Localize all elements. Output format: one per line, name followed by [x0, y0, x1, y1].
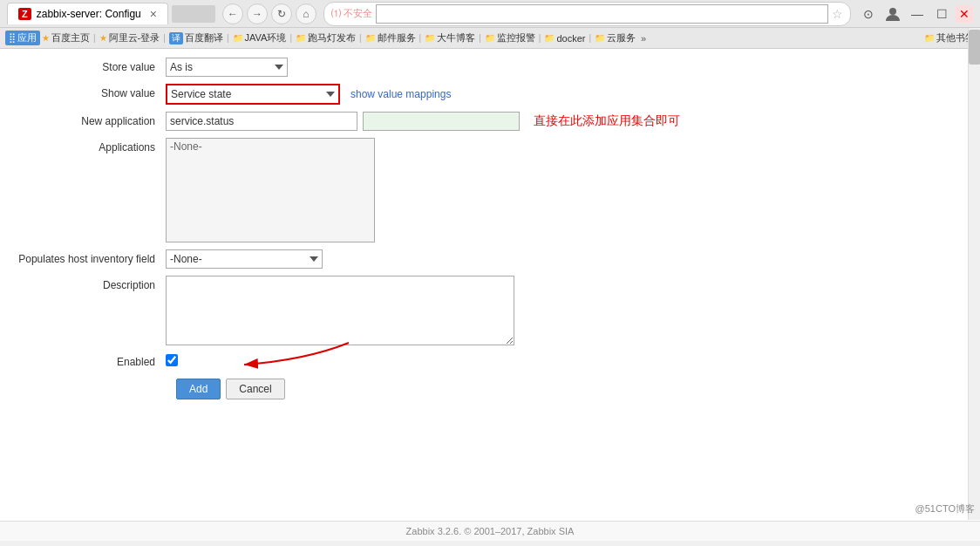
add-button[interactable]: Add [176, 379, 221, 399]
address-bar[interactable]: ⑴ 不安全 /zabbix/items.php?hostid=10268&for… [323, 2, 851, 26]
enabled-field [166, 354, 963, 366]
store-value-row: Store value As is Delta (speed per secon… [17, 58, 963, 77]
arrow-annotation [174, 334, 375, 378]
scrollbar[interactable] [968, 28, 980, 520]
url-input[interactable]: /zabbix/items.php?hostid=10268&form=Crea… [376, 4, 828, 24]
separator-3: | [227, 33, 229, 43]
show-value-select[interactable]: As is Service state [166, 84, 340, 105]
populates-field: -None- [166, 249, 963, 269]
home-button[interactable]: ⌂ [296, 3, 316, 24]
minimize-icon[interactable]: — [907, 3, 928, 24]
folder-icon: 📁 [924, 33, 935, 43]
bookmark-label: 云服务 [607, 31, 636, 44]
populates-label: Populates host inventory field [17, 249, 166, 265]
bookmark-label: 邮件服务 [378, 31, 416, 44]
folder-icon: 📁 [544, 33, 555, 43]
browser-controls: ← → ↻ ⌂ [222, 3, 316, 24]
store-value-field: As is Delta (speed per second) Delta (si… [166, 58, 963, 77]
value-mapping-link[interactable]: show value mappings [350, 88, 451, 100]
translate-icon: 译 [169, 32, 183, 44]
bookmark-label: 大牛博客 [437, 31, 475, 44]
new-application-label: New application [17, 112, 166, 127]
bookmark-label: 百度主页 [51, 31, 90, 44]
bookmark-label: docker [556, 33, 585, 44]
folder-icon: 📁 [595, 33, 605, 43]
new-application-field: 直接在此添加应用集合即可 [166, 112, 963, 131]
applications-row: Applications -None- [17, 138, 963, 242]
browser-titlebar: Z zabbix-server: Configu × ← → ↻ ⌂ ⑴ 不安全… [0, 0, 980, 28]
description-label: Description [17, 276, 166, 291]
bookmark-translate[interactable]: 译 百度翻译 [169, 31, 223, 44]
refresh-button[interactable]: ↻ [271, 3, 292, 24]
maximize-icon[interactable]: ☐ [931, 3, 952, 24]
star-icon: ★ [42, 33, 50, 43]
bookmark-java[interactable]: 📁 JAVA环境 [233, 31, 287, 44]
folder-icon: 📁 [485, 33, 495, 43]
tab-close-icon[interactable]: × [150, 7, 157, 21]
bookmark-baidu-home[interactable]: ★ 百度主页 [42, 31, 90, 44]
bookmark-aliyun[interactable]: ★ 阿里云-登录 [99, 31, 160, 44]
new-application-extra-input[interactable] [363, 112, 520, 131]
more-bookmarks[interactable]: » [637, 32, 650, 44]
bookmark-paomadeng[interactable]: 📁 跑马灯发布 [296, 31, 356, 44]
applications-field: -None- [166, 138, 963, 242]
security-icon: ⑴ 不安全 [331, 7, 372, 20]
populates-select[interactable]: -None- [166, 249, 323, 269]
separator-5: | [359, 33, 362, 43]
browser-tab[interactable]: Z zabbix-server: Configu × [7, 3, 168, 24]
apps-grid-icon: ⣿ [9, 32, 16, 44]
bookmark-label: 监控报警 [497, 31, 535, 44]
new-application-input[interactable] [166, 112, 357, 131]
forward-button[interactable]: → [247, 3, 268, 24]
new-application-row: New application 直接在此添加应用集合即可 [17, 112, 963, 131]
cancel-button[interactable]: Cancel [226, 379, 284, 399]
folder-icon: 📁 [425, 33, 435, 43]
close-icon[interactable]: ✕ [956, 5, 973, 23]
enabled-label: Enabled [17, 352, 166, 368]
folder-icon: 📁 [233, 33, 243, 43]
folder-icon: 📁 [365, 33, 376, 43]
bookmark-monitor[interactable]: 📁 监控报警 [485, 31, 535, 44]
populates-row: Populates host inventory field -None- [17, 249, 963, 269]
scrollbar-thumb[interactable] [969, 30, 980, 65]
extensions-icon[interactable]: ⊙ [858, 3, 879, 24]
star-icon: ★ [99, 33, 107, 43]
new-tab-area[interactable] [172, 5, 215, 23]
main-content: Store value As is Delta (speed per secon… [0, 49, 980, 541]
svg-point-0 [889, 8, 896, 15]
separator-9: | [589, 33, 591, 43]
store-value-select[interactable]: As is Delta (speed per second) Delta (si… [166, 58, 288, 77]
apps-button[interactable]: ⣿ 应用 [5, 31, 40, 45]
separator-2: | [163, 33, 166, 43]
description-row: Description [17, 276, 963, 345]
separator-7: | [479, 33, 481, 43]
form-container: Store value As is Delta (speed per secon… [0, 49, 980, 417]
back-button[interactable]: ← [222, 3, 243, 24]
account-icon[interactable] [882, 3, 903, 24]
watermark: @51CTO博客 [915, 502, 975, 515]
browser-actions: ⊙ — ☐ ✕ [858, 3, 973, 24]
bookmark-cloud[interactable]: 📁 云服务 [595, 31, 636, 44]
bookmark-mail[interactable]: 📁 邮件服务 [365, 31, 416, 44]
form-buttons: Add Cancel [17, 379, 963, 399]
bookmark-label: JAVA环境 [245, 31, 287, 44]
applications-label: Applications [17, 138, 166, 154]
app-none-item[interactable]: -None- [167, 139, 374, 154]
bookmark-docker[interactable]: 📁 docker [544, 33, 585, 44]
show-value-field: As is Service state show value mappings [166, 84, 963, 105]
folder-icon: 📁 [296, 33, 306, 43]
apps-label: 应用 [17, 31, 37, 44]
footer: Zabbix 3.2.6. © 2001–2017, Zabbix SIA [0, 521, 980, 541]
show-value-row: Show value As is Service state show valu… [17, 84, 963, 105]
separator-4: | [289, 33, 292, 43]
tab-title: zabbix-server: Configu [37, 8, 141, 20]
bookmarks-toolbar: ⣿ 应用 ★ 百度主页 | ★ 阿里云-登录 | 译 百度翻译 | 📁 JAVA… [0, 28, 980, 49]
separator-8: | [539, 33, 541, 43]
bookmark-daniu[interactable]: 📁 大牛博客 [425, 31, 475, 44]
bookmark-star-icon[interactable]: ☆ [832, 7, 843, 21]
annotation-text: 直接在此添加应用集合即可 [534, 113, 680, 129]
applications-list[interactable]: -None- [166, 138, 375, 242]
show-value-label: Show value [17, 84, 166, 99]
bookmark-label: 阿里云-登录 [109, 31, 160, 44]
separator-6: | [419, 33, 422, 43]
